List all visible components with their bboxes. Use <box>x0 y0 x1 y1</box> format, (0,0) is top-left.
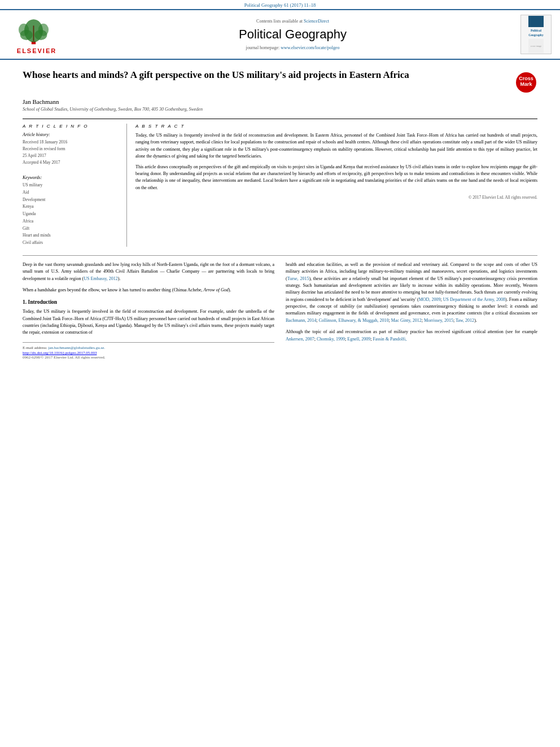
author-name: Jan Bachmann <box>23 98 537 105</box>
footnote-email: E-mail address: jan.bachmann@globalstudi… <box>23 345 274 351</box>
section-divider <box>23 255 537 256</box>
right-paragraph-2: Although the topic of aid and reconstruc… <box>286 329 537 343</box>
article-info-label: A R T I C L E I N F O <box>23 124 120 129</box>
issn-text: 0962-6298/© 2017 Elsevier Ltd. All right… <box>23 355 274 360</box>
body-content: Deep in the vast thorny savannah grassla… <box>23 261 537 360</box>
revised-label: Received in revised form <box>23 146 65 151</box>
journal-cover-title: PoliticalGeography <box>528 29 543 37</box>
article-title: Whose hearts and minds? A gift perspecti… <box>23 68 409 82</box>
abstract-text: Today, the US military is frequently inv… <box>135 132 537 191</box>
keyword-4: Kenya <box>23 203 120 211</box>
turse-link[interactable]: Turse, 2015 <box>287 276 309 281</box>
svg-point-5 <box>38 23 49 36</box>
keyword-5: Uganda <box>23 211 120 218</box>
abstract-column: A B S T R A C T Today, the US military i… <box>127 124 537 247</box>
journal-url[interactable]: www.elsevier.com/locate/polgeo <box>281 45 339 50</box>
egnell-link[interactable]: Egnell, 2009 <box>347 337 370 342</box>
keywords-list: US military Aid Development Kenya Uganda… <box>23 182 120 247</box>
journal-title: Political Geography <box>68 27 518 42</box>
body-right-column: health and education facilities, as well… <box>286 261 537 360</box>
crossmark-badge: Cross Mark <box>515 71 537 95</box>
keyword-2: Aid <box>23 189 120 196</box>
ankersen-link[interactable]: Ankersen, 2007 <box>286 337 314 342</box>
chomsky-link[interactable]: Chomsky, 1999 <box>317 337 345 342</box>
article-info-column: A R T I C L E I N F O Article history: R… <box>23 124 127 247</box>
author-affiliation: School of Global Studies, University of … <box>23 107 537 112</box>
copyright-notice: © 2017 Elsevier Ltd. All rights reserved… <box>135 195 537 200</box>
journal-header: ELSEVIER Contents lists available at Sci… <box>0 9 560 60</box>
keyword-8: Heart and minds <box>23 232 120 239</box>
abstract-paragraph-1: Today, the US military is frequently inv… <box>135 132 537 160</box>
abstract-label: A B S T R A C T <box>135 124 537 129</box>
abstract-paragraph-2: This article draws conceptually on persp… <box>135 164 537 192</box>
accepted-date: Accepted 4 May 2017 <box>23 160 60 165</box>
keyword-1: US military <box>23 182 120 189</box>
keyword-3: Development <box>23 196 120 204</box>
body-intro-text: Deep in the vast thorny savannah grassla… <box>23 261 274 294</box>
macginty-link[interactable]: Mac Ginty, 2012 <box>391 318 422 323</box>
journal-center: Contents lists available at ScienceDirec… <box>68 19 518 50</box>
article-title-row: Cross Mark Whose hearts and minds? A gif… <box>23 68 537 95</box>
article-info-abstract-row: A R T I C L E I N F O Article history: R… <box>23 119 537 247</box>
body-paragraph-1: Deep in the vast thorny savannah grassla… <box>23 261 274 282</box>
us-embassy-link[interactable]: US Embassy, 2012 <box>84 276 118 281</box>
keyword-7: Gift <box>23 225 120 233</box>
body-right-text: health and education facilities, as well… <box>286 261 537 343</box>
section-1-heading: 1. Introduction <box>23 299 274 305</box>
body-paragraph-quote: When a handshake goes beyond the elbow, … <box>23 287 274 294</box>
crossmark-icon: Cross Mark <box>515 71 537 94</box>
citation-text: Political Geography 61 (2017) 11–18 <box>244 2 316 8</box>
received-date: Received 18 January 2016 <box>23 139 67 145</box>
journal-homepage: journal homepage: www.elsevier.com/locat… <box>68 45 518 50</box>
svg-text:Mark: Mark <box>520 81 532 87</box>
sciencedirect-url[interactable]: ScienceDirect <box>304 19 329 24</box>
svg-point-4 <box>19 23 29 36</box>
elsevier-tree-icon <box>14 15 59 46</box>
elsevier-label: ELSEVIER <box>17 47 56 54</box>
taw-link[interactable]: Taw, 2012 <box>456 318 474 323</box>
article-dates: Received 18 January 2016 Received in rev… <box>23 139 120 166</box>
journal-cover-image: PoliticalGeography cover image <box>520 15 552 54</box>
fassin-link[interactable]: Fassin & Pandolfi, <box>373 337 406 342</box>
revised-date: 25 April 2017 <box>23 153 46 158</box>
footnote-area: E-mail address: jan.bachmann@globalstudi… <box>23 342 274 360</box>
morrissey-link[interactable]: Morrissey, 2015 <box>424 318 453 323</box>
collinson-link[interactable]: Collinson, Elhawary, & Muggah, 2010 <box>318 318 388 323</box>
journal-citation: Political Geography 61 (2017) 11–18 <box>0 0 560 9</box>
main-content: Cross Mark Whose hearts and minds? A gif… <box>0 60 560 365</box>
doi-link: http://dx.doi.org/10.1016/j.polgeo.2017.… <box>23 351 274 355</box>
sciencedirect-link: Contents lists available at ScienceDirec… <box>68 19 518 24</box>
right-paragraph-1: health and education facilities, as well… <box>286 261 537 325</box>
body-introduction-text: Today, the US military is frequently inv… <box>23 308 274 337</box>
history-label: Article history: <box>23 132 120 137</box>
journal-thumbnail: PoliticalGeography cover image <box>518 15 554 54</box>
keyword-9: Civil affairs <box>23 239 120 247</box>
email-link[interactable]: jan.bachmann@globalstudies.gu.se. <box>49 346 106 350</box>
intro-paragraph: Today, the US military is frequently inv… <box>23 308 274 337</box>
army-link[interactable]: US Department of the Army, 2008 <box>443 297 505 302</box>
keyword-6: Africa <box>23 218 120 225</box>
keywords-label: Keywords: <box>23 175 120 180</box>
svg-text:Cross: Cross <box>519 76 533 81</box>
elsevier-logo: ELSEVIER <box>6 15 68 54</box>
mod-link[interactable]: MOD, 2009 <box>419 297 441 302</box>
bachmann-link[interactable]: Bachmann, 2014 <box>286 318 316 323</box>
body-left-column: Deep in the vast thorny savannah grassla… <box>23 261 274 360</box>
